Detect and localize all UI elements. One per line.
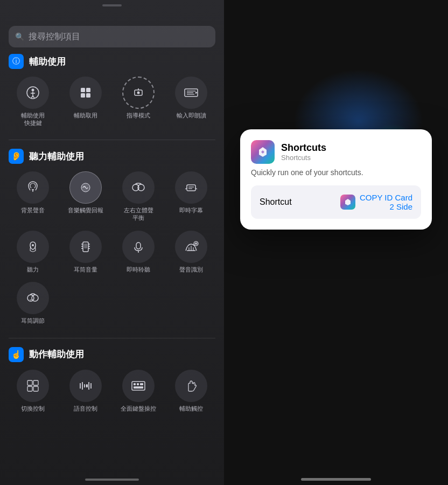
svg-rect-58 [134, 386, 143, 389]
control-label: 輔助取用 [74, 112, 97, 120]
search-bar[interactable]: 🔍 搜尋控制項目 [9, 26, 215, 47]
svg-rect-55 [134, 383, 136, 385]
list-item[interactable]: 耳筒調節 [9, 282, 57, 325]
motor-title: 動作輔助使用 [29, 348, 84, 361]
control-label: 輔助使用快捷鍵 [21, 112, 45, 127]
svg-rect-56 [137, 383, 139, 385]
control-label: 即時字幕 [179, 207, 203, 214]
control-circle [17, 370, 49, 402]
control-label: 輔助觸控 [179, 405, 203, 413]
control-label: 聽力 [27, 266, 39, 274]
shortcut-value-icon [340, 195, 355, 210]
control-circle [122, 370, 155, 402]
control-circle-active [69, 171, 102, 204]
accessibility-header: ⓘ 輔助使用 [9, 54, 215, 69]
search-placeholder: 搜尋控制項目 [29, 31, 80, 43]
accessibility-title: 輔助使用 [29, 56, 66, 68]
control-circle [122, 231, 155, 263]
list-item[interactable]: 左右立體聲平衡 [114, 171, 163, 221]
svg-rect-47 [33, 386, 38, 391]
control-label: 音樂觸覺回報 [68, 207, 103, 214]
svg-rect-33 [84, 244, 87, 248]
control-circle [69, 370, 102, 402]
list-item[interactable]: 聲音識別 [167, 231, 215, 274]
svg-point-26 [32, 244, 34, 246]
notch-handle [102, 4, 122, 6]
divider [9, 140, 215, 140]
hearing-icon: 👂 [9, 149, 24, 164]
list-item[interactable]: 全面鍵盤操控 [114, 370, 163, 413]
shortcut-label: Shortcut [260, 197, 292, 207]
shortcuts-app-name: Shortcuts [281, 142, 326, 154]
shortcuts-app-icon [251, 140, 275, 164]
control-label: 左右立體聲平衡 [124, 207, 153, 221]
control-circle [122, 171, 155, 204]
list-item[interactable]: 聽力 [9, 231, 57, 274]
svg-rect-7 [86, 88, 90, 92]
list-item[interactable]: 語音控制 [61, 370, 110, 413]
shortcuts-app-info: Shortcuts Shortcuts [281, 142, 326, 162]
hearing-section: 👂 聽力輔助使用 背景聲音 [0, 149, 224, 334]
control-label: 指導模式 [127, 112, 150, 120]
right-background [224, 0, 448, 485]
search-bar-container: 🔍 搜尋控制項目 [0, 17, 224, 54]
motor-section: ☝ 動作輔助使用 切換控制 [0, 347, 224, 421]
control-label: 即時聆聽 [127, 266, 150, 274]
control-circle [69, 77, 102, 109]
svg-rect-44 [27, 380, 32, 385]
list-item[interactable]: 指導模式 [114, 77, 163, 127]
control-circle [122, 77, 155, 109]
svg-line-5 [33, 96, 34, 98]
accessibility-grid: 輔助使用快捷鍵 輔助取用 [9, 77, 215, 127]
control-label: 聲音識別 [179, 266, 203, 274]
motor-header: ☝ 動作輔助使用 [9, 347, 215, 362]
control-label: 語音控制 [74, 405, 97, 413]
control-circle [69, 231, 102, 263]
list-item[interactable]: 輔助使用快捷鍵 [9, 77, 57, 127]
list-item[interactable]: 切換控制 [9, 370, 57, 413]
list-item[interactable]: 耳筒音量 [61, 231, 110, 274]
control-label: 耳筒調節 [21, 317, 45, 325]
svg-rect-6 [81, 88, 85, 92]
control-circle [17, 77, 49, 109]
shortcut-value-wrap: COPY ID Card2 Side [340, 193, 412, 211]
control-circle [17, 231, 49, 263]
list-item[interactable]: 即時字幕 [167, 171, 215, 221]
shortcuts-description: Quickly run one of your shortcuts. [251, 168, 421, 177]
motor-icon: ☝ [9, 347, 24, 362]
list-item[interactable]: 輸入即朗讀 [167, 77, 215, 127]
shortcut-row[interactable]: Shortcut COPY ID Card2 Side [251, 185, 421, 219]
control-label: 耳筒音量 [74, 266, 97, 274]
svg-rect-46 [27, 386, 32, 391]
left-home-indicator [85, 479, 139, 481]
control-label: 全面鍵盤操控 [121, 405, 156, 413]
control-circle [17, 171, 49, 204]
control-circle [17, 282, 49, 314]
svg-point-11 [137, 92, 140, 94]
search-icon: 🔍 [15, 32, 24, 41]
list-item[interactable]: 輔助取用 [61, 77, 110, 127]
shortcuts-app-sub: Shortcuts [281, 154, 326, 162]
right-home-indicator [301, 478, 371, 481]
svg-rect-34 [136, 242, 141, 249]
accessibility-icon: ⓘ [9, 54, 24, 69]
list-item[interactable]: 音樂觸覺回報 [61, 171, 110, 221]
motor-grid: 切換控制 語音控制 [9, 370, 215, 413]
hearing-grid: 背景聲音 音樂觸覺回報 [9, 171, 215, 325]
svg-rect-45 [33, 380, 38, 385]
svg-rect-54 [132, 382, 145, 390]
control-circle [175, 77, 207, 109]
shortcuts-popup: Shortcuts Shortcuts Quickly run one of y… [240, 129, 432, 230]
hearing-title: 聽力輔助使用 [29, 150, 84, 163]
list-item[interactable]: 輔助觸控 [167, 370, 215, 413]
left-panel: 🔍 搜尋控制項目 ⓘ 輔助使用 [0, 0, 224, 485]
control-label: 輸入即朗讀 [177, 112, 206, 120]
list-item[interactable]: 背景聲音 [9, 171, 57, 221]
svg-rect-23 [187, 185, 195, 191]
svg-rect-57 [140, 383, 143, 385]
shortcut-value-text: COPY ID Card2 Side [360, 193, 412, 211]
svg-rect-8 [81, 93, 85, 98]
list-item[interactable]: 即時聆聽 [114, 231, 163, 274]
control-circle [175, 171, 207, 204]
control-label: 切換控制 [21, 405, 45, 413]
